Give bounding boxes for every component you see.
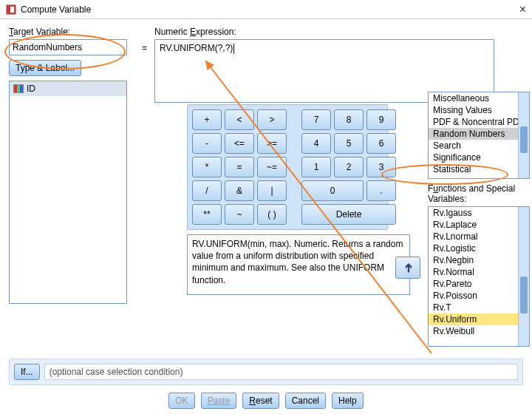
scrollbar[interactable] xyxy=(518,92,529,178)
variable-name: ID xyxy=(27,84,35,94)
key-mul[interactable]: * xyxy=(192,157,222,177)
variable-icon xyxy=(13,84,24,93)
key-3[interactable]: 3 xyxy=(366,157,396,177)
paste-button[interactable]: Paste xyxy=(201,393,237,409)
key-lt[interactable]: < xyxy=(225,109,254,130)
key-0[interactable]: 0 xyxy=(301,180,364,201)
list-item[interactable]: Rv.Normal xyxy=(429,266,529,278)
key-eq[interactable]: = xyxy=(225,157,254,177)
key-ne[interactable]: ~= xyxy=(257,157,287,177)
list-item[interactable]: Rv.Logistic xyxy=(429,242,529,254)
key-9[interactable]: 9 xyxy=(366,109,396,130)
list-item[interactable]: Rv.Poisson xyxy=(429,290,529,302)
key-and[interactable]: & xyxy=(225,180,254,201)
list-item[interactable]: Random Numbers xyxy=(429,128,529,140)
key-ge[interactable]: >= xyxy=(257,133,287,154)
ok-button[interactable]: OK xyxy=(168,393,194,409)
list-item[interactable]: Significance xyxy=(429,152,529,163)
target-variable-label: Target Variable: xyxy=(9,27,134,37)
window-title: Compute Variable xyxy=(21,4,91,15)
key-8[interactable]: 8 xyxy=(334,109,364,130)
list-item[interactable]: Rv.T xyxy=(429,302,529,313)
key-6[interactable]: 6 xyxy=(366,133,396,154)
list-item[interactable]: Missing Values xyxy=(429,104,529,116)
key-1[interactable]: 1 xyxy=(301,157,331,177)
if-condition-row: If... (optional case selection condition… xyxy=(9,359,523,385)
list-item[interactable]: Rv.Laplace xyxy=(429,219,529,231)
list-item[interactable]: Rv.Pareto xyxy=(429,278,529,290)
titlebar: Compute Variable × xyxy=(0,0,532,19)
key-div[interactable]: / xyxy=(192,180,222,201)
function-group-list[interactable]: MiscellaneousMissing ValuesPDF & Noncent… xyxy=(428,92,530,179)
key-4[interactable]: 4 xyxy=(301,133,331,154)
help-button[interactable]: Help xyxy=(332,393,364,409)
key-delete[interactable]: Delete xyxy=(301,204,396,225)
reset-button[interactable]: Reset xyxy=(242,393,279,409)
key-le[interactable]: <= xyxy=(225,133,254,154)
list-item[interactable]: PDF & Noncentral PDF xyxy=(429,116,529,128)
list-item[interactable]: Rv.Igauss xyxy=(429,207,529,219)
target-variable-input[interactable] xyxy=(9,39,127,55)
functions-vars-label: Functions and Special Variables: xyxy=(428,183,530,204)
variables-list[interactable]: ID xyxy=(9,81,127,304)
list-item[interactable]: ID xyxy=(10,81,126,96)
scrollbar[interactable] xyxy=(518,207,529,346)
arrow-up-icon: ➔ xyxy=(401,263,415,273)
key-plus[interactable]: + xyxy=(192,109,222,130)
key-dot[interactable]: . xyxy=(366,180,396,201)
function-description: RV.UNIFORM(min, max). Numeric. Returns a… xyxy=(187,234,410,295)
svg-rect-2 xyxy=(8,7,10,13)
app-icon xyxy=(6,4,16,15)
close-icon[interactable]: × xyxy=(519,3,526,16)
key-pow[interactable]: ** xyxy=(192,204,222,225)
key-5[interactable]: 5 xyxy=(334,133,364,154)
key-paren[interactable]: ( ) xyxy=(257,204,287,225)
list-item[interactable]: Rv.Uniform xyxy=(429,313,529,325)
list-item[interactable]: Rv.Weibull xyxy=(429,325,529,337)
list-item[interactable]: Statistical xyxy=(429,163,529,175)
keypad: + < > 7 8 9 - <= >= 4 5 6 * xyxy=(187,104,388,230)
key-gt[interactable]: > xyxy=(257,109,287,130)
key-minus[interactable]: - xyxy=(192,133,222,154)
key-7[interactable]: 7 xyxy=(301,109,331,130)
numeric-expression-label: Numeric Expression: xyxy=(154,27,530,37)
key-or[interactable]: | xyxy=(257,180,287,201)
if-condition-text: (optional case selection condition) xyxy=(44,364,518,380)
dialog-footer: OK Paste Reset Cancel Help xyxy=(9,393,523,409)
list-item[interactable]: Search xyxy=(429,140,529,152)
list-item[interactable]: Rv.Negbin xyxy=(429,254,529,266)
key-2[interactable]: 2 xyxy=(334,157,364,177)
if-button[interactable]: If... xyxy=(14,364,40,380)
type-label-button[interactable]: Type & Label... xyxy=(9,60,81,76)
move-up-arrow-button[interactable]: ➔ xyxy=(395,257,420,279)
key-tilde[interactable]: ~ xyxy=(225,204,254,225)
list-item[interactable]: Miscellaneous xyxy=(429,92,529,104)
functions-list[interactable]: Rv.IgaussRv.LaplaceRv.LnormalRv.Logistic… xyxy=(428,206,530,347)
list-item[interactable]: Rv.Lnormal xyxy=(429,231,529,242)
cancel-button[interactable]: Cancel xyxy=(285,393,326,409)
equals-sign: = xyxy=(142,27,147,347)
expression-text: RV.UNIFORM(?,?) xyxy=(160,43,233,53)
